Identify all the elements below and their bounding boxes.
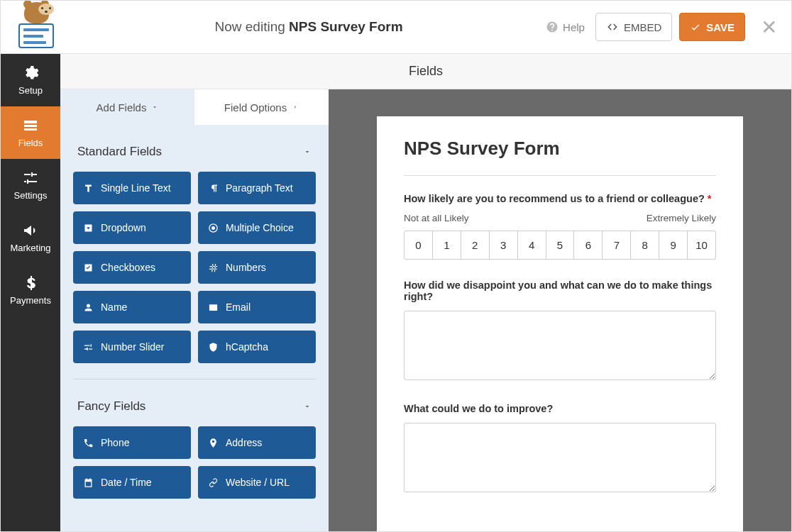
- form-icon: [22, 117, 39, 134]
- user-icon: [83, 302, 94, 313]
- sidebar-item-marketing[interactable]: Marketing: [1, 211, 60, 264]
- code-icon: [606, 21, 619, 33]
- scale-option-10[interactable]: 10: [688, 231, 715, 259]
- chevron-down-icon: [303, 402, 312, 411]
- check-icon: [690, 21, 701, 33]
- close-button[interactable]: ✕: [761, 16, 777, 39]
- scale-option-1[interactable]: 1: [433, 231, 461, 259]
- field-type-website-url[interactable]: Website / URL: [198, 466, 316, 499]
- scale-option-0[interactable]: 0: [405, 231, 433, 259]
- pin-icon: [208, 438, 219, 448]
- bullhorn-icon: [22, 222, 39, 239]
- app-logo: [15, 6, 57, 48]
- dollar-icon: [22, 275, 39, 292]
- save-button[interactable]: SAVE: [679, 13, 745, 41]
- phone-icon: [83, 438, 94, 448]
- hash-icon: [208, 262, 219, 273]
- gear-icon: [22, 65, 39, 82]
- radio-icon: [208, 223, 219, 233]
- panel-title: Fields: [60, 54, 791, 89]
- scale-option-8[interactable]: 8: [631, 231, 659, 259]
- disappoint-textarea[interactable]: [404, 311, 716, 380]
- help-icon: [546, 21, 559, 33]
- field-type-address[interactable]: Address: [198, 426, 316, 459]
- scale-option-4[interactable]: 4: [518, 231, 546, 259]
- chevron-right-icon: [292, 104, 299, 111]
- sliders-h-icon: [83, 342, 94, 353]
- field-type-date-time[interactable]: Date / Time: [73, 466, 191, 499]
- chevron-down-icon: [303, 148, 312, 156]
- scale-option-9[interactable]: 9: [659, 231, 688, 259]
- scale-option-3[interactable]: 3: [490, 231, 518, 259]
- scale-option-2[interactable]: 2: [461, 231, 490, 259]
- check-sq-icon: [83, 262, 94, 273]
- form-title: NPS Survey Form: [404, 138, 716, 160]
- field-type-number-slider[interactable]: Number Slider: [73, 331, 191, 363]
- field-type-name[interactable]: Name: [73, 291, 191, 323]
- page-title: Now editing NPS Survey Form: [72, 19, 546, 35]
- field-type-hcaptcha[interactable]: hCaptcha: [198, 331, 316, 363]
- sidebar-item-payments[interactable]: Payments: [1, 264, 60, 316]
- scale-option-7[interactable]: 7: [603, 231, 631, 259]
- calendar-icon: [83, 477, 94, 488]
- link-icon: [208, 477, 219, 488]
- field-type-email[interactable]: Email: [198, 291, 316, 323]
- field-type-paragraph-text[interactable]: Paragraph Text: [198, 172, 316, 204]
- main-sidebar: SetupFieldsSettingsMarketingPayments: [1, 54, 60, 532]
- nps-scale: 012345678910: [404, 231, 716, 260]
- sidebar-item-fields[interactable]: Fields: [1, 106, 60, 159]
- field-type-dropdown[interactable]: Dropdown: [73, 211, 191, 244]
- embed-button[interactable]: EMBED: [595, 13, 672, 41]
- improve-textarea[interactable]: [404, 423, 716, 492]
- envelope-icon: [208, 302, 219, 313]
- divider: [404, 175, 716, 176]
- scale-option-6[interactable]: 6: [574, 231, 603, 259]
- field-type-multiple-choice[interactable]: Multiple Choice: [198, 211, 316, 244]
- text-icon: [83, 183, 94, 194]
- field-type-checkboxes[interactable]: Checkboxes: [73, 251, 191, 284]
- scale-high-label: Extremely Likely: [647, 213, 716, 223]
- field-type-single-line-text[interactable]: Single Line Text: [73, 172, 191, 204]
- caret-sq-icon: [83, 223, 94, 233]
- sidebar-item-setup[interactable]: Setup: [1, 54, 60, 106]
- sidebar-item-settings[interactable]: Settings: [1, 159, 60, 211]
- tab-field-options[interactable]: Field Options: [194, 89, 329, 125]
- section-header[interactable]: Fancy Fields: [73, 379, 316, 426]
- section-header[interactable]: Standard Fields: [73, 125, 316, 172]
- sliders-icon: [22, 170, 39, 187]
- question-label: What could we do to improve?: [404, 403, 716, 414]
- tab-add-fields[interactable]: Add Fields: [60, 89, 194, 125]
- shield-icon: [208, 342, 219, 353]
- field-type-phone[interactable]: Phone: [73, 426, 191, 459]
- question-label: How did we disappoint you and what can w…: [404, 279, 716, 302]
- scale-low-label: Not at all Likely: [404, 213, 469, 223]
- field-type-numbers[interactable]: Numbers: [198, 251, 316, 284]
- help-link[interactable]: Help: [546, 21, 585, 33]
- form-preview: NPS Survey Form How likely are you to re…: [377, 116, 743, 532]
- chevron-down-icon: [151, 104, 158, 111]
- scale-option-5[interactable]: 5: [546, 231, 575, 259]
- question-label: How likely are you to recommend us to a …: [404, 193, 716, 204]
- paragraph-icon: [208, 183, 219, 194]
